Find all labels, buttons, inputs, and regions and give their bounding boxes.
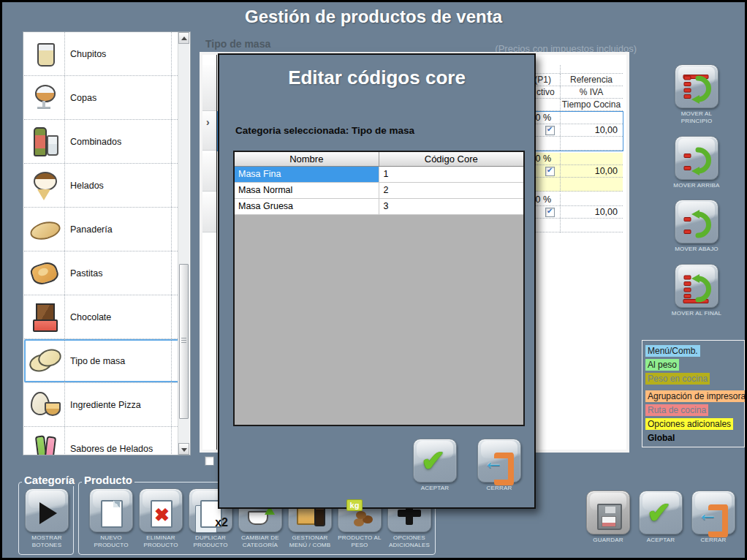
mover-arriba-button[interactable] — [675, 136, 718, 180]
move-to-start-icon — [682, 75, 711, 104]
mostrar-botones-button[interactable]: MOSTRAR BOTONES — [23, 488, 70, 550]
sidebar-item-label: Chocolate — [65, 295, 172, 338]
shot-glass-icon — [28, 37, 61, 71]
guardar-button[interactable]: GUARDAR — [585, 491, 631, 544]
iva-value[interactable]: 10,00 — [561, 125, 618, 135]
sidebar-item-helados[interactable]: Helados — [24, 164, 179, 208]
mostrar-botones-button[interactable] — [25, 488, 69, 532]
sidebar-item-panaderia[interactable]: Panadería — [24, 208, 179, 251]
selected-category-title: Tipo de masa — [205, 38, 270, 50]
sidebar-item-icon-cell — [24, 339, 65, 382]
modal-aceptar-button[interactable] — [413, 439, 457, 483]
edit-core-codes-dialog: Editar códigos core Categoria selecciona… — [218, 53, 536, 509]
activo-checkbox[interactable] — [545, 208, 555, 217]
sidebar-item-tipo-de-masa[interactable]: Tipo de masa — [24, 339, 179, 383]
product-group-label: Producto — [82, 474, 134, 486]
scrollbar-thumb[interactable] — [179, 264, 189, 419]
button-label: OPCIONES ADICIONALES — [386, 534, 433, 550]
aceptar-button[interactable]: ACEPTAR — [638, 491, 683, 544]
core-code-row[interactable]: Masa Fina 1 — [235, 167, 523, 183]
mover-al-principio-button[interactable]: MOVER AL PRINCIPIO — [669, 64, 724, 126]
legend-item: Opciones adicionales — [645, 418, 733, 430]
legend-item: Al peso — [645, 359, 679, 371]
play-icon — [32, 499, 61, 528]
sidebar-item-label: Ingrediente Pizza — [65, 383, 172, 426]
flavors-icon — [28, 432, 61, 455]
button-label: NUEVO PRODUCTO — [88, 534, 134, 550]
guardar-button[interactable] — [586, 491, 630, 534]
move-button-label: MOVER ABAJO — [675, 246, 718, 253]
category-group-label: Categoría — [22, 474, 77, 486]
sidebar-item-chupitos[interactable]: Chupitos — [24, 32, 179, 76]
category-items: Chupitos Copas Combinados — [24, 32, 179, 455]
sidebar-item-pastitas[interactable]: Pastitas — [24, 251, 179, 295]
activo-checkbox[interactable] — [545, 167, 555, 176]
sidebar-item-combinados[interactable]: Combinados — [24, 120, 179, 164]
eliminar-producto-button[interactable]: ELIMINAR PRODUCTO — [137, 488, 184, 550]
bread-icon — [28, 213, 61, 246]
selected-category-label: Categoria seleccionada: Tipo de masa — [235, 125, 414, 136]
scroll-down-arrow-icon[interactable] — [178, 443, 189, 455]
cerrar-button[interactable]: CERRAR — [691, 491, 736, 544]
new-doc-icon — [96, 499, 126, 528]
iva-value[interactable]: 10,00 — [561, 166, 618, 176]
core-code-nombre-cell[interactable]: Masa Gruesa — [235, 199, 379, 215]
scroll-up-arrow-icon[interactable] — [178, 32, 189, 44]
mover-abajo-button[interactable] — [675, 200, 718, 243]
iva-value[interactable]: 10,00 — [561, 207, 618, 217]
category-list: Chupitos Copas Combinados — [23, 31, 191, 455]
close-back-icon — [485, 449, 514, 478]
sidebar-item-chocolate[interactable]: Chocolate — [24, 295, 179, 339]
sidebar-scrollbar[interactable] — [178, 32, 189, 455]
move-buttons-column: MOVER AL PRINCIPIO — [669, 64, 724, 317]
legend-item: Agrupación de impresoras — [645, 390, 747, 402]
core-code-value-cell[interactable]: 2 — [379, 183, 524, 199]
core-code-value-cell[interactable]: 3 — [379, 199, 524, 215]
footer-checkbox[interactable] — [205, 456, 214, 466]
snifter-icon — [28, 81, 61, 115]
button-label: GUARDAR — [593, 537, 623, 544]
core-code-value-cell[interactable]: 1 — [379, 167, 524, 183]
sidebar-item-icon-cell — [24, 120, 65, 163]
aceptar-button[interactable] — [639, 491, 683, 534]
close-back-icon — [699, 501, 728, 530]
nuevo-producto-button[interactable] — [89, 488, 133, 532]
sidebar-item-icon-cell — [24, 427, 65, 455]
sidebar-item-copas[interactable]: Copas — [24, 76, 179, 120]
move-button-label: MOVER ARRIBA — [673, 182, 719, 189]
sidebar-item-label: Tipo de masa — [65, 339, 172, 382]
sidebar-item-label: Sabores de Helados — [65, 427, 172, 455]
delete-doc-icon — [146, 499, 175, 528]
modal-aceptar-button[interactable]: ACEPTAR — [413, 439, 457, 492]
modal-cerrar-button[interactable]: CERRAR — [477, 439, 521, 492]
mover-abajo-button[interactable]: MOVER ABAJO — [669, 200, 724, 253]
sidebar-item-sabores-de-helados[interactable]: Sabores de Helados — [24, 427, 179, 455]
mover-arriba-button[interactable]: MOVER ARRIBA — [669, 136, 724, 189]
pizza-ingredient-icon — [28, 388, 61, 422]
activo-checkbox[interactable] — [545, 126, 555, 135]
core-code-nombre-cell[interactable]: Masa Fina — [235, 167, 379, 183]
codigo-core-column-header[interactable]: Código Core — [379, 152, 524, 166]
core-code-row[interactable]: Masa Gruesa 3 — [235, 199, 523, 215]
mover-al-final-button[interactable] — [675, 264, 718, 308]
mover-al-principio-button[interactable] — [675, 64, 718, 108]
accept-check-icon — [420, 449, 450, 478]
cerrar-button[interactable] — [691, 491, 735, 534]
sidebar-item-label: Pastitas — [65, 251, 172, 295]
button-label: CERRAR — [487, 485, 512, 492]
core-code-nombre-cell[interactable]: Masa Normal — [235, 183, 379, 199]
nuevo-producto-button[interactable]: NUEVO PRODUCTO — [88, 488, 134, 550]
legend-item: Peso en cocina — [645, 373, 710, 385]
sidebar-item-ingrediente-pizza[interactable]: Ingrediente Pizza — [24, 383, 179, 427]
bottle-glass-icon — [28, 125, 61, 159]
eliminar-producto-button[interactable] — [139, 488, 183, 532]
legend-item: Ruta de cocina — [645, 404, 708, 416]
mover-al-final-button[interactable]: MOVER AL FINAL — [669, 264, 724, 317]
button-label: DUPLICAR PRODUCTO — [187, 534, 234, 550]
dialog-title: Editar códigos core — [219, 67, 534, 89]
app-window: Gestión de productos de venta Chupitos C… — [0, 0, 747, 560]
modal-cerrar-button[interactable] — [477, 439, 521, 483]
core-code-row[interactable]: Masa Normal 2 — [235, 183, 523, 199]
core-codes-rows: Masa Fina 1 Masa Normal 2 Masa Gruesa 3 — [235, 167, 523, 215]
nombre-column-header[interactable]: Nombre — [235, 152, 379, 166]
